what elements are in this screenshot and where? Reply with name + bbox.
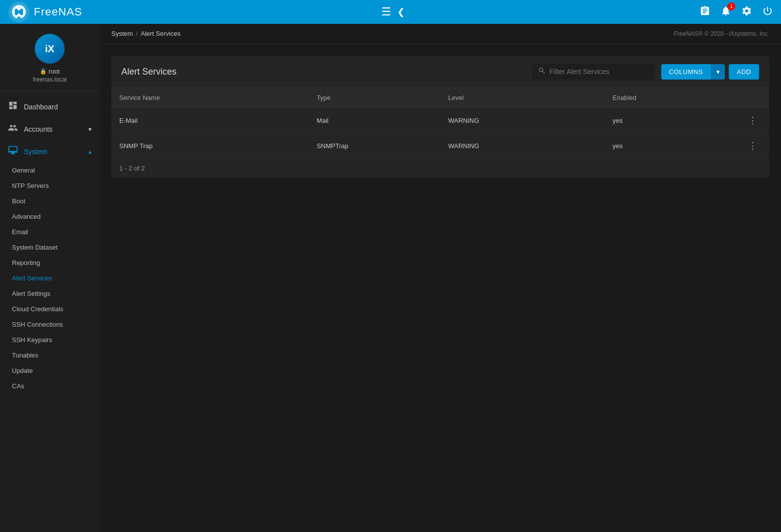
table-row: SNMP Trap SNMPTrap WARNING yes ⋮ bbox=[111, 133, 769, 159]
cell-actions: ⋮ bbox=[736, 108, 769, 133]
cell-type: Mail bbox=[309, 108, 440, 133]
col-header-level: Level bbox=[440, 88, 605, 108]
lock-icon: 🔒 bbox=[40, 68, 47, 75]
sidebar-item-alert-settings[interactable]: Alert Settings bbox=[0, 286, 99, 301]
topbar-actions: 1 bbox=[699, 5, 773, 19]
topbar-logo: FreeNAS bbox=[8, 1, 82, 23]
notification-badge: 1 bbox=[727, 2, 735, 10]
sidebar-item-cloud-credentials[interactable]: Cloud Credentials bbox=[0, 301, 99, 317]
sidebar-username: 🔒 root bbox=[40, 68, 60, 75]
alert-services-card: Alert Services COLUMNS ▾ ADD bbox=[111, 56, 769, 178]
col-header-enabled: Enabled bbox=[605, 88, 736, 108]
row-actions-icon[interactable]: ⋮ bbox=[744, 115, 761, 126]
sidebar-item-ssh-keypairs[interactable]: SSH Keypairs bbox=[0, 332, 99, 348]
avatar: iX bbox=[35, 34, 65, 64]
breadcrumb-current: Alert Services bbox=[141, 30, 180, 37]
sidebar-profile: iX 🔒 root freenas.local bbox=[0, 24, 99, 91]
sidebar-item-general[interactable]: General bbox=[0, 163, 99, 178]
cell-level: WARNING bbox=[440, 133, 605, 159]
power-icon[interactable] bbox=[762, 5, 773, 19]
sidebar-item-alert-services[interactable]: Alert Services bbox=[0, 270, 99, 286]
cell-service-name: SNMP Trap bbox=[111, 133, 309, 159]
table-header: Service Name Type Level Enabled bbox=[111, 88, 769, 108]
accounts-icon bbox=[8, 123, 18, 135]
col-header-type: Type bbox=[309, 88, 440, 108]
sidebar-nav: Dashboard Accounts ▾ System ▴ GeneralNTP… bbox=[0, 91, 99, 532]
topbar: FreeNAS ☰ ❮ 1 bbox=[0, 0, 781, 24]
row-actions-icon[interactable]: ⋮ bbox=[744, 140, 761, 151]
sidebar-hostname: freenas.local bbox=[33, 76, 67, 83]
add-button[interactable]: ADD bbox=[729, 64, 759, 80]
cell-level: WARNING bbox=[440, 108, 605, 133]
cell-service-name: E-Mail bbox=[111, 108, 309, 133]
sidebar-item-system-label: System bbox=[24, 148, 47, 156]
col-header-service-name: Service Name bbox=[111, 88, 309, 108]
system-subitems: GeneralNTP ServersBootAdvancedEmailSyste… bbox=[0, 163, 99, 394]
sidebar-item-ntp-servers[interactable]: NTP Servers bbox=[0, 178, 99, 193]
freenas-logo-icon bbox=[8, 1, 30, 23]
cell-enabled: yes bbox=[605, 133, 736, 159]
sidebar-item-ssh-connections[interactable]: SSH Connections bbox=[0, 317, 99, 332]
search-box bbox=[532, 64, 655, 80]
sidebar-item-advanced[interactable]: Advanced bbox=[0, 209, 99, 224]
back-icon[interactable]: ❮ bbox=[397, 6, 405, 17]
sidebar-item-dashboard-label: Dashboard bbox=[24, 103, 58, 111]
sidebar-item-system[interactable]: System ▴ bbox=[0, 140, 99, 163]
table-row: E-Mail Mail WARNING yes ⋮ bbox=[111, 108, 769, 133]
breadcrumb: System / Alert Services bbox=[111, 30, 180, 37]
clipboard-icon[interactable] bbox=[699, 5, 710, 19]
alert-services-table: Service Name Type Level Enabled bbox=[111, 88, 769, 159]
system-collapse-icon: ▴ bbox=[88, 148, 91, 155]
notifications-icon[interactable]: 1 bbox=[720, 5, 731, 19]
search-icon bbox=[538, 67, 546, 77]
sidebar: iX 🔒 root freenas.local Dashboard A bbox=[0, 24, 99, 532]
content-area: System / Alert Services FreeNAS® © 2020 … bbox=[99, 24, 781, 532]
breadcrumb-bar: System / Alert Services FreeNAS® © 2020 … bbox=[99, 24, 781, 44]
sidebar-item-email[interactable]: Email bbox=[0, 224, 99, 240]
page-title: Alert Services bbox=[121, 67, 532, 77]
sidebar-item-accounts-label: Accounts bbox=[24, 125, 53, 133]
breadcrumb-parent[interactable]: System bbox=[111, 30, 133, 37]
col-header-actions bbox=[736, 88, 769, 108]
dashboard-icon bbox=[8, 100, 18, 113]
card-header: Alert Services COLUMNS ▾ ADD bbox=[111, 56, 769, 88]
sidebar-item-system-dataset[interactable]: System Dataset bbox=[0, 240, 99, 255]
cell-enabled: yes bbox=[605, 108, 736, 133]
sidebar-item-tunables[interactable]: Tunables bbox=[0, 348, 99, 363]
sidebar-item-accounts[interactable]: Accounts ▾ bbox=[0, 118, 99, 140]
sidebar-item-update[interactable]: Update bbox=[0, 363, 99, 378]
sidebar-item-cas[interactable]: CAs bbox=[0, 378, 99, 394]
menu-icon[interactable]: ☰ bbox=[381, 5, 391, 18]
breadcrumb-separator: / bbox=[136, 30, 138, 37]
settings-icon[interactable] bbox=[741, 5, 752, 19]
columns-dropdown-button[interactable]: ▾ bbox=[711, 64, 725, 80]
main-layout: iX 🔒 root freenas.local Dashboard A bbox=[0, 24, 781, 532]
accounts-expand-icon: ▾ bbox=[88, 126, 91, 133]
copyright-text: FreeNAS® © 2020 - iXsystems, Inc. bbox=[674, 30, 769, 37]
search-input[interactable] bbox=[550, 68, 649, 76]
system-icon bbox=[8, 145, 18, 158]
sidebar-item-boot[interactable]: Boot bbox=[0, 193, 99, 209]
columns-button[interactable]: COLUMNS bbox=[661, 64, 711, 80]
brand-name: FreeNAS bbox=[34, 5, 82, 18]
sidebar-item-reporting[interactable]: Reporting bbox=[0, 255, 99, 270]
cell-actions: ⋮ bbox=[736, 133, 769, 159]
page-content: Alert Services COLUMNS ▾ ADD bbox=[99, 44, 781, 532]
sidebar-item-dashboard[interactable]: Dashboard bbox=[0, 95, 99, 118]
avatar-text: iX bbox=[45, 43, 55, 55]
pagination: 1 - 2 of 2 bbox=[111, 159, 769, 178]
cell-type: SNMPTrap bbox=[309, 133, 440, 159]
table-body: E-Mail Mail WARNING yes ⋮ SNMP Trap SNMP… bbox=[111, 108, 769, 159]
